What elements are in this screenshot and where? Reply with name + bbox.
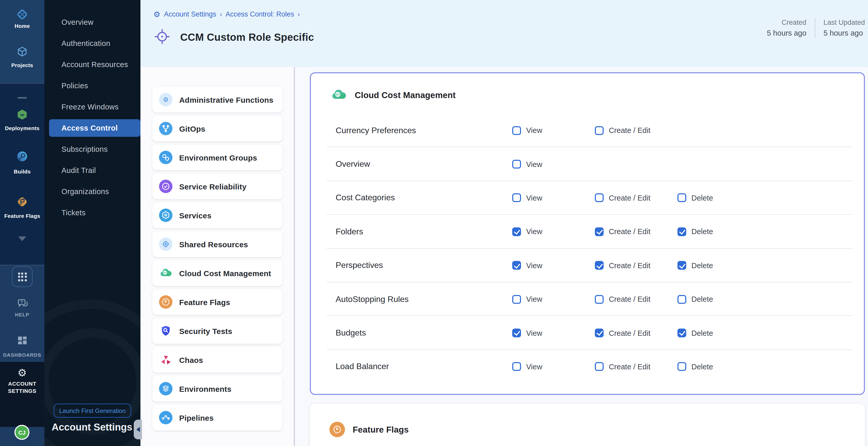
menu-item-policies[interactable]: Policies xyxy=(44,78,141,93)
permission-create-edit[interactable]: Create / Edit xyxy=(595,194,650,202)
launch-first-generation-button[interactable]: Launch First Generation xyxy=(54,404,131,418)
category-item-chaos[interactable]: Chaos xyxy=(152,347,282,373)
category-item-gitops[interactable]: GitOps xyxy=(152,116,282,141)
menu-item-access-control[interactable]: Access Control xyxy=(49,119,141,137)
permission-view[interactable]: View xyxy=(512,227,542,236)
category-label: Cloud Cost Management xyxy=(179,269,271,278)
checkbox-checked[interactable] xyxy=(595,261,603,270)
breadcrumb-link-account-settings[interactable]: Account Settings xyxy=(164,10,216,18)
category-label: Service Reliability xyxy=(179,182,247,191)
permission-delete[interactable]: Delete xyxy=(678,227,713,236)
checkbox-checked[interactable] xyxy=(595,227,603,236)
resource-category-list: ⚙Administrative FunctionsGitOpsEnvironme… xyxy=(141,67,295,446)
category-item-security-tests[interactable]: Security Tests xyxy=(152,318,282,344)
permission-view[interactable]: View xyxy=(512,328,542,337)
permission-create-edit[interactable]: Create / Edit xyxy=(595,328,650,337)
permission-view[interactable]: View xyxy=(512,160,542,168)
menu-item-organizations[interactable]: Organizations xyxy=(44,184,141,199)
panel-header: $ Cloud Cost Management xyxy=(311,73,864,114)
permission-delete[interactable]: Delete xyxy=(678,295,713,304)
category-item-pipelines[interactable]: Pipelines xyxy=(152,405,282,431)
help-icon[interactable]: ? xyxy=(17,297,29,310)
permission-view[interactable]: View xyxy=(512,295,542,304)
permission-delete[interactable]: Delete xyxy=(678,261,713,270)
permission-row-autostopping-rules: AutoStopping RulesViewCreate / EditDelet… xyxy=(311,282,864,316)
category-item-environments[interactable]: Environments xyxy=(152,376,282,402)
checkbox-unchecked[interactable] xyxy=(512,362,521,371)
chevron-down-icon[interactable] xyxy=(18,236,26,241)
permission-create-edit[interactable]: Create / Edit xyxy=(595,362,650,371)
permission-delete[interactable]: Delete xyxy=(678,362,713,371)
checkbox-checked[interactable] xyxy=(512,227,521,236)
user-avatar[interactable]: CJ xyxy=(14,425,29,440)
dashboards-icon[interactable] xyxy=(16,334,28,347)
checkbox-checked[interactable] xyxy=(512,261,521,270)
rail-item-deployments[interactable]: Deployments xyxy=(0,125,44,131)
menu-item-overview[interactable]: Overview xyxy=(44,14,141,30)
deployments-icon[interactable]: ∞ xyxy=(16,108,28,121)
checkbox-checked[interactable] xyxy=(512,328,521,337)
category-item-administrative-functions[interactable]: ⚙Administrative Functions xyxy=(152,87,282,113)
builds-icon[interactable] xyxy=(16,150,28,163)
category-item-feature-flags[interactable]: Feature Flags xyxy=(152,289,282,315)
checkbox-unchecked[interactable] xyxy=(678,362,686,371)
category-label: Pipelines xyxy=(179,413,214,422)
checkbox-unchecked[interactable] xyxy=(512,126,521,135)
checkbox-unchecked[interactable] xyxy=(678,295,686,304)
rail-item-home[interactable]: Home xyxy=(0,23,44,29)
checkbox-checked[interactable] xyxy=(678,261,686,270)
menu-item-authentication[interactable]: Authentication xyxy=(44,36,141,51)
permission-create-edit[interactable]: Create / Edit xyxy=(595,126,650,135)
collapse-panel-handle[interactable] xyxy=(134,420,142,439)
service-reliability-icon xyxy=(159,180,173,193)
module-picker-button[interactable] xyxy=(12,266,33,287)
checkbox-unchecked[interactable] xyxy=(595,362,603,371)
rail-item-account-settings[interactable]: ACCOUNT SETTINGS xyxy=(4,380,40,394)
permission-create-edit[interactable]: Create / Edit xyxy=(595,227,650,236)
checkbox-unchecked[interactable] xyxy=(595,126,603,135)
menu-item-account-resources[interactable]: Account Resources xyxy=(44,57,141,72)
permission-view[interactable]: View xyxy=(512,126,542,135)
permission-delete[interactable]: Delete xyxy=(678,194,713,202)
permission-delete[interactable]: Delete xyxy=(678,328,713,337)
checkbox-label: Delete xyxy=(691,295,713,303)
rail-item-feature-flags[interactable]: Feature Flags xyxy=(0,213,44,219)
checkbox-unchecked[interactable] xyxy=(512,295,521,304)
permission-create-edit[interactable]: Create / Edit xyxy=(595,295,650,304)
category-item-services[interactable]: Services xyxy=(152,202,282,228)
menu-item-subscriptions[interactable]: Subscriptions xyxy=(44,141,141,157)
breadcrumb-link-access-control-roles[interactable]: Access Control: Roles xyxy=(226,10,294,18)
checkbox-label: View xyxy=(526,160,542,168)
home-icon[interactable] xyxy=(16,8,28,21)
permission-row-folders: FoldersViewCreate / EditDelete xyxy=(311,215,864,249)
rail-item-builds[interactable]: Builds xyxy=(0,168,44,174)
checkbox-unchecked[interactable] xyxy=(512,194,521,202)
permission-view[interactable]: View xyxy=(512,261,542,270)
category-label: Services xyxy=(179,211,212,220)
checkbox-unchecked[interactable] xyxy=(512,160,521,168)
checkbox-checked[interactable] xyxy=(678,328,686,337)
rail-item-help[interactable]: HELP xyxy=(0,312,44,317)
category-item-service-reliability[interactable]: Service Reliability xyxy=(152,173,282,199)
checkbox-unchecked[interactable] xyxy=(595,295,603,304)
projects-icon[interactable] xyxy=(16,45,28,58)
category-item-cloud-cost-management[interactable]: $Cloud Cost Management xyxy=(152,260,282,286)
checkbox-unchecked[interactable] xyxy=(678,194,686,202)
feature-flags-icon[interactable] xyxy=(16,196,28,208)
rail-item-projects[interactable]: Projects xyxy=(0,62,44,68)
permission-view[interactable]: View xyxy=(512,194,542,202)
category-item-environment-groups[interactable]: Environment Groups xyxy=(152,145,282,170)
checkbox-unchecked[interactable] xyxy=(595,194,603,202)
category-label: GitOps xyxy=(179,124,205,133)
checkbox-checked[interactable] xyxy=(595,328,603,337)
menu-item-audit-trail[interactable]: Audit Trail xyxy=(44,163,141,178)
category-item-shared-resources[interactable]: Shared Resources xyxy=(152,231,282,257)
rail-item-dashboards[interactable]: DASHBOARDS xyxy=(0,352,44,358)
permission-create-edit[interactable]: Create / Edit xyxy=(595,261,650,270)
permission-view[interactable]: View xyxy=(512,362,542,371)
menu-item-freeze-windows[interactable]: Freeze Windows xyxy=(44,99,141,115)
menu-item-tickets[interactable]: Tickets xyxy=(44,205,141,220)
checkbox-checked[interactable] xyxy=(678,227,686,236)
checkbox-label: View xyxy=(526,126,542,134)
account-settings-gear-icon[interactable]: ⚙ xyxy=(0,368,44,378)
